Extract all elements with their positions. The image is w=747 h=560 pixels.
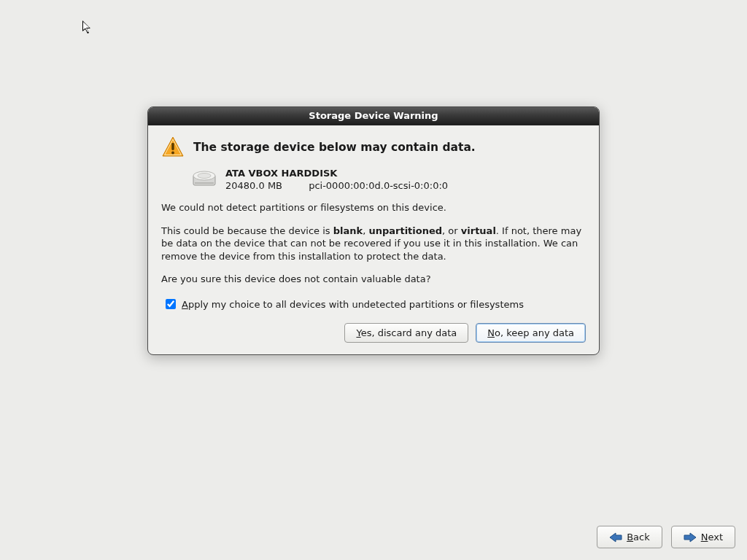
back-button[interactable]: Back: [597, 526, 662, 548]
apply-all-label[interactable]: Apply my choice to all devices with unde…: [182, 299, 524, 310]
svg-marker-10: [610, 533, 622, 542]
svg-marker-11: [684, 533, 696, 542]
arrow-right-icon: [684, 532, 697, 542]
svg-rect-9: [195, 182, 214, 184]
warning-text-1: We could not detect partitions or filesy…: [161, 201, 586, 214]
next-button[interactable]: Next: [671, 526, 735, 548]
no-keep-button[interactable]: No, keep any data: [476, 323, 586, 343]
storage-warning-dialog: Storage Device Warning The storage devic…: [147, 106, 600, 355]
svg-rect-4: [171, 143, 174, 150]
svg-point-8: [198, 174, 211, 179]
warning-text-3: Are you sure this device does not contai…: [161, 273, 586, 286]
svg-marker-1: [83, 22, 90, 32]
svg-marker-0: [82, 20, 90, 34]
svg-point-5: [171, 152, 174, 155]
dialog-headline: The storage device below may contain dat…: [193, 141, 476, 154]
apply-all-checkbox[interactable]: [166, 299, 176, 309]
dialog-title: Storage Device Warning: [148, 107, 599, 125]
arrow-left-icon: [609, 532, 622, 542]
warning-icon: [161, 136, 185, 159]
mouse-cursor: [82, 20, 93, 37]
device-name: ATA VBOX HARDDISK: [225, 168, 448, 179]
harddisk-icon: [192, 169, 217, 188]
warning-text-2: This could be because the device is blan…: [161, 225, 586, 263]
device-details: 20480.0 MB pci-0000:00:0d.0-scsi-0:0:0:0: [225, 180, 448, 191]
wizard-nav: Back Next: [597, 526, 735, 548]
yes-discard-button[interactable]: Yes, discard any data: [344, 323, 468, 343]
